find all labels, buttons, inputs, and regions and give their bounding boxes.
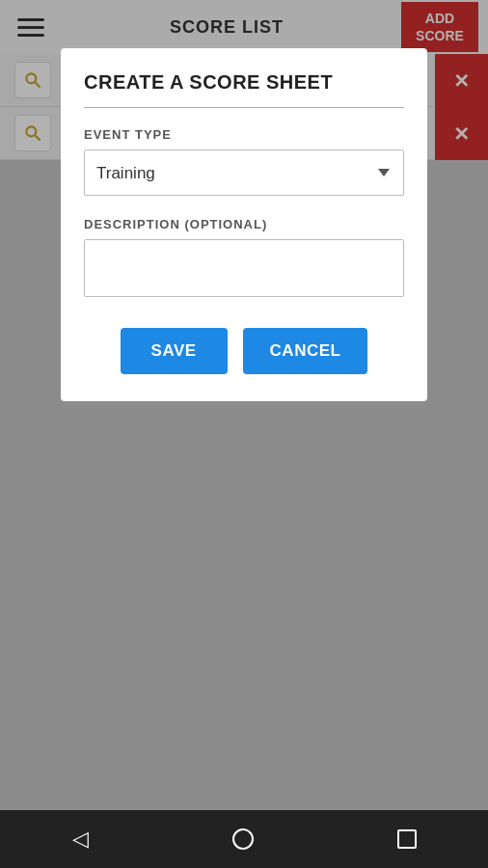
recent-apps-icon bbox=[397, 829, 417, 849]
nav-back-button[interactable]: ◁ bbox=[72, 827, 89, 852]
bottom-navigation: ◁ bbox=[0, 810, 488, 868]
back-icon: ◁ bbox=[72, 827, 89, 851]
nav-recent-button[interactable] bbox=[397, 829, 417, 849]
event-type-label: EVENT TYPE bbox=[84, 127, 404, 142]
save-button[interactable]: SAVE bbox=[121, 328, 228, 374]
dialog-title: CREATE A SCORE SHEET bbox=[84, 71, 404, 108]
create-score-sheet-dialog: CREATE A SCORE SHEET EVENT TYPE Training… bbox=[61, 48, 427, 401]
description-input[interactable] bbox=[84, 239, 404, 297]
dialog-buttons: SAVE CANCEL bbox=[84, 328, 404, 374]
event-type-select[interactable]: Training Competition Practice bbox=[84, 149, 404, 196]
cancel-button[interactable]: CANCEL bbox=[243, 328, 368, 374]
home-icon bbox=[232, 828, 254, 850]
nav-home-button[interactable] bbox=[232, 828, 254, 850]
description-label: DESCRIPTION (OPTIONAL) bbox=[84, 217, 404, 231]
